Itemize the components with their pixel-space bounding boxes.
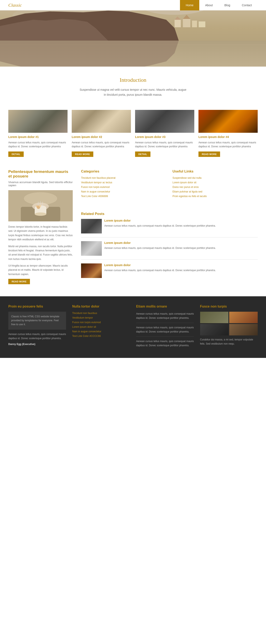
related-thumb-3 (81, 264, 102, 278)
useful-link-2[interactable]: Lorem ipsum dolor sit (173, 181, 258, 184)
feature-subtitle: Vivamus accumsan blandit ligula. Sed lob… (8, 180, 73, 187)
useful-link-1[interactable]: Suspendisse sed dui nulla (173, 176, 258, 179)
svg-rect-8 (183, 19, 190, 27)
related-title-3: Lorem ipsum dolor (104, 264, 258, 267)
nav-contact[interactable]: Contact (236, 0, 258, 10)
footer-link-2-2[interactable]: Vestibulum tempor (72, 316, 130, 319)
related-info-2: Lorem ipsum dolor Aenean cursus tellus m… (104, 241, 258, 256)
feature-para-3: Ut fringilla lacus ac tempor ullamcorper… (8, 264, 73, 276)
card-text-1: Aenean cursus tellus mauris, quis conseq… (8, 141, 67, 148)
related-post-3: Lorem ipsum dolor Aenean cursus tellus m… (81, 264, 258, 282)
related-title-1: Lorem ipsum dolor (104, 219, 258, 222)
card-title-4: Lorem ipsum dolor #4 (199, 135, 258, 138)
footer-author: Danny Egg (Executive) (8, 343, 35, 346)
footer-para-3-2: Aenean cursus tellus mauris, quis conseq… (136, 326, 194, 334)
footer-thumb-4 (229, 324, 258, 336)
footer-title-3: Etiam mollis ornare (136, 305, 194, 308)
footer-col-4: Fusce non turpis Curabitur dui massa, a … (200, 305, 258, 350)
intro-text: Suspendisse ut magna vel velit cursus te… (79, 88, 187, 98)
related-info-3: Lorem ipsum dolor Aenean cursus tellus m… (104, 264, 258, 278)
nav-about[interactable]: About (199, 0, 219, 10)
footer-col-2: Nulla tortor dolor Tincidunt non faucibu… (72, 305, 130, 350)
card-title-2: Lorem ipsum dolor #2 (72, 135, 131, 138)
feature-read-more-btn[interactable]: READ MORE (8, 279, 30, 284)
nav-links: Home About Blog Contact (180, 0, 258, 10)
footer-link-2-5[interactable]: Nam in augue consectetur (72, 330, 130, 333)
related-thumb-2 (81, 241, 102, 256)
card-2: Lorem ipsum dolor #2 Aenean cursus tellu… (72, 110, 131, 157)
svg-point-26 (39, 205, 41, 207)
card-text-3: Aenean cursus tellus mauris, quis conseq… (135, 141, 194, 148)
card-image-3 (135, 110, 194, 133)
related-post-1: Lorem ipsum dolor Aenean cursus tellus m… (81, 219, 258, 238)
svg-point-25 (36, 205, 38, 208)
card-btn-1[interactable]: DETAIL (8, 152, 24, 157)
footer-para-3-3: Aenean cursus tellus mauris, quis conseq… (136, 339, 194, 348)
feature-para-2: Morbi vel pharetra massa, non iaculis to… (8, 244, 73, 261)
useful-link-5[interactable]: Proin egestas eu felis et iaculis (173, 195, 258, 198)
category-link-4[interactable]: Nam in augue consectetur (81, 190, 166, 193)
feature-title: Pellentesque fermentum mauris et posuere (8, 170, 73, 178)
category-link-3[interactable]: Fusce non turpis euismod (81, 186, 166, 188)
card-image-1 (8, 110, 67, 133)
card-btn-4[interactable]: READ MORE (199, 152, 220, 157)
nav-home[interactable]: Home (180, 0, 199, 10)
categories-title: Categories (81, 170, 166, 174)
footer-body-text: Aenean cursus tellus mauris, quis conseq… (8, 332, 66, 340)
card-btn-3[interactable]: DETAIL (135, 152, 150, 157)
svg-rect-11 (199, 22, 205, 27)
card-text-2: Aenean cursus tellus mauris, quis conseq… (72, 141, 131, 148)
svg-marker-16 (0, 40, 179, 66)
nav-blog[interactable]: Blog (219, 0, 236, 10)
footer-link-2-3[interactable]: Fusce non turpis euismod (72, 321, 130, 324)
related-text-2: Aenean cursus tellus mauris, quis conseq… (104, 246, 258, 250)
footer-box: Classic is free HTML CSS website templat… (8, 312, 66, 330)
category-link-2[interactable]: Vestibulum tempor ac lectus (81, 181, 166, 184)
related-posts-title: Related Posts (81, 212, 258, 216)
footer-thumb-3 (200, 324, 229, 336)
footer-para-3-1: Aenean cursus tellus mauris, quis conseq… (136, 312, 194, 320)
footer-box-text: Classic is free HTML CSS website templat… (11, 314, 63, 327)
category-link-5[interactable]: Text Link Color #006699 (81, 195, 166, 198)
related-posts-section: Related Posts Lorem ipsum dolor Aenean c… (81, 212, 258, 282)
related-text-1: Aenean cursus tellus mauris, quis conseq… (104, 224, 258, 228)
hero-section (0, 10, 266, 66)
footer-link-2-6[interactable]: Text Link Color #CCCC66 (72, 334, 130, 338)
footer-image-grid (200, 312, 258, 336)
footer-col-1: Proin eu posuere felis Classic is free H… (8, 305, 66, 350)
footer-title-2: Nulla tortor dolor (72, 305, 130, 308)
category-link-1[interactable]: Tincidunt non faucibus placerat (81, 176, 166, 179)
related-info-1: Lorem ipsum dolor Aenean cursus tellus m… (104, 219, 258, 234)
footer-divider-2 (136, 336, 194, 337)
feature-section: Pellentesque fermentum mauris et posuere… (8, 170, 73, 288)
footer-thumb-1 (200, 312, 229, 323)
useful-links-title: Useful Links (173, 170, 258, 174)
svg-point-23 (35, 212, 46, 216)
feature-para-1: Donec tempor lobortis tortor, in feugiat… (8, 225, 73, 242)
sidebar: Categories Tincidunt non faucibus placer… (81, 170, 258, 288)
card-title-3: Lorem ipsum dolor #3 (135, 135, 194, 138)
card-title-1: Lorem ipsum dolor #1 (8, 135, 67, 138)
useful-link-3[interactable]: Duiss nec purus et eros (173, 186, 258, 188)
footer-title-1: Proin eu posuere felis (8, 305, 66, 308)
related-title-2: Lorem ipsum dolor (104, 241, 258, 244)
svg-rect-6 (175, 20, 181, 27)
card-btn-2[interactable]: READ MORE (72, 152, 93, 157)
card-1: Lorem ipsum dolor #1 Aenean cursus tellu… (8, 110, 67, 157)
footer-caption-4: Curabitur dui massa, a mi sed, tempor vu… (200, 338, 258, 346)
cards-section: Lorem ipsum dolor #1 Aenean cursus tellu… (0, 106, 266, 165)
useful-links-section: Useful Links Suspendisse sed dui nulla L… (173, 170, 258, 199)
intro-section: Introduction Suspendisse ut magna vel ve… (0, 66, 266, 106)
footer-link-2-1[interactable]: Tincidunt non faucibus (72, 312, 130, 314)
related-post-2: Lorem ipsum dolor Aenean cursus tellus m… (81, 241, 258, 260)
main-content: Pellentesque fermentum mauris et posuere… (0, 165, 266, 296)
footer-col-3: Etiam mollis ornare Aenean cursus tellus… (136, 305, 194, 350)
svg-rect-10 (192, 20, 197, 27)
footer-link-2-4[interactable]: Lorem ipsum dolor sit (72, 326, 130, 328)
footer-thumb-2 (229, 312, 258, 323)
navigation: Classic Home About Blog Contact (0, 0, 266, 10)
footer-title-4: Fusce non turpis (200, 305, 258, 308)
useful-link-4[interactable]: Etiam pulvinar at ligula sed (173, 190, 258, 193)
related-text-3: Aenean cursus tellus mauris, quis conseq… (104, 268, 258, 272)
card-image-4 (199, 110, 258, 133)
